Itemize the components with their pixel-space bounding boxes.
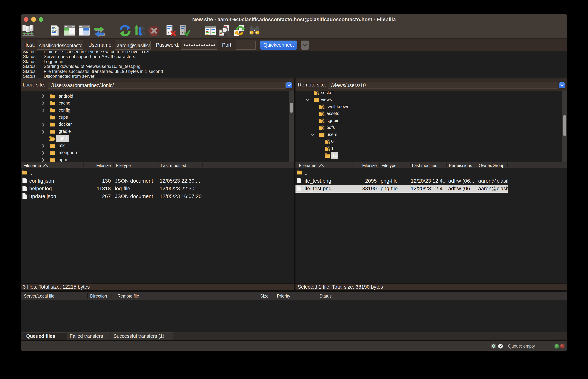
svg-text:A: A xyxy=(492,344,495,348)
